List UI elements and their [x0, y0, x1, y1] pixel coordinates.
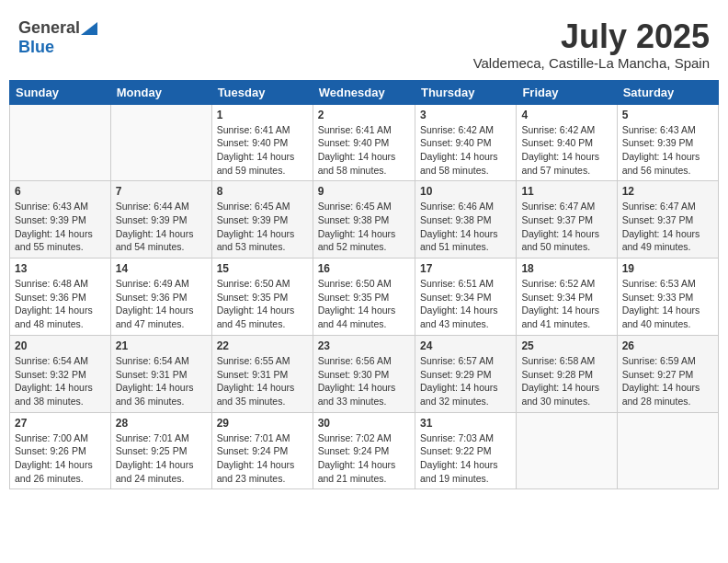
- calendar-week-row: 27Sunrise: 7:00 AM Sunset: 9:26 PM Dayli…: [10, 412, 719, 489]
- day-number: 2: [318, 109, 410, 121]
- calendar-cell: 8Sunrise: 6:45 AM Sunset: 9:39 PM Daylig…: [211, 181, 313, 259]
- calendar-header-row: SundayMondayTuesdayWednesdayThursdayFrid…: [10, 80, 719, 104]
- day-number: 31: [420, 417, 511, 430]
- day-number: 25: [521, 339, 611, 352]
- calendar-cell: 23Sunrise: 6:56 AM Sunset: 9:30 PM Dayli…: [313, 335, 415, 412]
- day-info: Sunrise: 6:56 AM Sunset: 9:30 PM Dayligh…: [318, 354, 410, 408]
- logo: General Blue: [18, 18, 98, 57]
- weekday-header-monday: Monday: [110, 80, 211, 104]
- day-info: Sunrise: 7:01 AM Sunset: 9:24 PM Dayligh…: [217, 431, 308, 486]
- weekday-header-friday: Friday: [517, 80, 617, 104]
- day-number: 3: [420, 109, 511, 121]
- calendar-cell: 3Sunrise: 6:42 AM Sunset: 9:40 PM Daylig…: [415, 104, 516, 181]
- day-number: 23: [318, 339, 410, 352]
- calendar-week-row: 13Sunrise: 6:48 AM Sunset: 9:36 PM Dayli…: [10, 259, 719, 336]
- day-info: Sunrise: 6:57 AM Sunset: 9:29 PM Dayligh…: [420, 354, 511, 408]
- day-info: Sunrise: 6:45 AM Sunset: 9:39 PM Dayligh…: [217, 200, 308, 254]
- calendar-cell: 27Sunrise: 7:00 AM Sunset: 9:26 PM Dayli…: [10, 412, 111, 489]
- day-info: Sunrise: 6:49 AM Sunset: 9:36 PM Dayligh…: [116, 277, 207, 331]
- calendar-cell: 22Sunrise: 6:55 AM Sunset: 9:31 PM Dayli…: [211, 335, 313, 412]
- day-number: 22: [217, 339, 308, 352]
- month-year-title: July 2025: [473, 18, 710, 55]
- day-info: Sunrise: 7:02 AM Sunset: 9:24 PM Dayligh…: [318, 431, 410, 486]
- calendar-cell: 25Sunrise: 6:58 AM Sunset: 9:28 PM Dayli…: [517, 335, 617, 412]
- day-number: 16: [318, 262, 410, 275]
- location-subtitle: Valdemeca, Castille-La Mancha, Spain: [473, 55, 710, 71]
- calendar-cell: 1Sunrise: 6:41 AM Sunset: 9:40 PM Daylig…: [211, 104, 313, 181]
- day-number: 8: [217, 185, 308, 198]
- calendar-cell: 15Sunrise: 6:50 AM Sunset: 9:35 PM Dayli…: [211, 259, 313, 336]
- day-number: 11: [521, 185, 611, 198]
- calendar-cell: 12Sunrise: 6:47 AM Sunset: 9:37 PM Dayli…: [617, 181, 718, 259]
- day-number: 27: [15, 417, 106, 430]
- day-info: Sunrise: 6:41 AM Sunset: 9:40 PM Dayligh…: [217, 123, 308, 178]
- day-info: Sunrise: 6:42 AM Sunset: 9:40 PM Dayligh…: [420, 123, 511, 178]
- day-info: Sunrise: 7:00 AM Sunset: 9:26 PM Dayligh…: [15, 431, 106, 486]
- day-info: Sunrise: 6:44 AM Sunset: 9:39 PM Dayligh…: [116, 200, 207, 254]
- day-number: 10: [420, 185, 511, 198]
- calendar-cell: 7Sunrise: 6:44 AM Sunset: 9:39 PM Daylig…: [110, 181, 211, 259]
- day-info: Sunrise: 6:54 AM Sunset: 9:31 PM Dayligh…: [116, 354, 207, 408]
- day-number: 14: [116, 262, 207, 275]
- calendar-cell: 13Sunrise: 6:48 AM Sunset: 9:36 PM Dayli…: [10, 259, 111, 336]
- calendar-cell: 28Sunrise: 7:01 AM Sunset: 9:25 PM Dayli…: [110, 412, 211, 489]
- day-info: Sunrise: 6:43 AM Sunset: 9:39 PM Dayligh…: [622, 123, 713, 178]
- calendar-cell: 29Sunrise: 7:01 AM Sunset: 9:24 PM Dayli…: [211, 412, 313, 489]
- calendar-cell: [110, 104, 211, 181]
- calendar-cell: 30Sunrise: 7:02 AM Sunset: 9:24 PM Dayli…: [313, 412, 415, 489]
- day-number: 26: [622, 339, 713, 352]
- weekday-header-sunday: Sunday: [10, 80, 111, 104]
- day-number: 6: [15, 185, 106, 198]
- day-info: Sunrise: 6:55 AM Sunset: 9:31 PM Dayligh…: [217, 354, 308, 408]
- day-info: Sunrise: 6:46 AM Sunset: 9:38 PM Dayligh…: [420, 200, 511, 254]
- calendar-cell: 31Sunrise: 7:03 AM Sunset: 9:22 PM Dayli…: [415, 412, 516, 489]
- svg-marker-0: [81, 22, 97, 35]
- logo-general-text: General: [18, 18, 80, 38]
- calendar-cell: 2Sunrise: 6:41 AM Sunset: 9:40 PM Daylig…: [313, 104, 415, 181]
- day-info: Sunrise: 6:48 AM Sunset: 9:36 PM Dayligh…: [15, 277, 106, 331]
- day-number: 13: [15, 262, 106, 275]
- day-info: Sunrise: 6:58 AM Sunset: 9:28 PM Dayligh…: [521, 354, 611, 408]
- calendar-cell: 4Sunrise: 6:42 AM Sunset: 9:40 PM Daylig…: [517, 104, 617, 181]
- day-number: 1: [217, 109, 308, 121]
- day-number: 12: [622, 185, 713, 198]
- day-number: 30: [318, 417, 410, 430]
- logo-blue-text: Blue: [18, 38, 54, 56]
- day-info: Sunrise: 6:42 AM Sunset: 9:40 PM Dayligh…: [521, 123, 611, 178]
- calendar-cell: 20Sunrise: 6:54 AM Sunset: 9:32 PM Dayli…: [10, 335, 111, 412]
- calendar-week-row: 20Sunrise: 6:54 AM Sunset: 9:32 PM Dayli…: [10, 335, 719, 412]
- day-number: 5: [622, 109, 713, 121]
- calendar-cell: 21Sunrise: 6:54 AM Sunset: 9:31 PM Dayli…: [110, 335, 211, 412]
- day-number: 15: [217, 262, 308, 275]
- weekday-header-thursday: Thursday: [415, 80, 516, 104]
- calendar-cell: 10Sunrise: 6:46 AM Sunset: 9:38 PM Dayli…: [415, 181, 516, 259]
- day-info: Sunrise: 6:50 AM Sunset: 9:35 PM Dayligh…: [217, 277, 308, 331]
- day-number: 9: [318, 185, 410, 198]
- day-info: Sunrise: 6:41 AM Sunset: 9:40 PM Dayligh…: [318, 123, 410, 178]
- calendar-cell: 6Sunrise: 6:43 AM Sunset: 9:39 PM Daylig…: [10, 181, 111, 259]
- day-info: Sunrise: 7:01 AM Sunset: 9:25 PM Dayligh…: [116, 431, 207, 486]
- day-number: 29: [217, 417, 308, 430]
- calendar-cell: 26Sunrise: 6:59 AM Sunset: 9:27 PM Dayli…: [617, 335, 718, 412]
- weekday-header-tuesday: Tuesday: [211, 80, 313, 104]
- calendar-cell: 11Sunrise: 6:47 AM Sunset: 9:37 PM Dayli…: [517, 181, 617, 259]
- weekday-header-wednesday: Wednesday: [313, 80, 415, 104]
- day-info: Sunrise: 6:45 AM Sunset: 9:38 PM Dayligh…: [318, 200, 410, 254]
- day-info: Sunrise: 6:43 AM Sunset: 9:39 PM Dayligh…: [15, 200, 106, 254]
- logo-triangle-icon: [81, 22, 97, 35]
- day-info: Sunrise: 6:47 AM Sunset: 9:37 PM Dayligh…: [622, 200, 713, 254]
- day-number: 19: [622, 262, 713, 275]
- calendar-week-row: 1Sunrise: 6:41 AM Sunset: 9:40 PM Daylig…: [10, 104, 719, 181]
- calendar-cell: 24Sunrise: 6:57 AM Sunset: 9:29 PM Dayli…: [415, 335, 516, 412]
- day-info: Sunrise: 6:47 AM Sunset: 9:37 PM Dayligh…: [521, 200, 611, 254]
- day-info: Sunrise: 6:54 AM Sunset: 9:32 PM Dayligh…: [15, 354, 106, 408]
- calendar-cell: [617, 412, 718, 489]
- weekday-header-saturday: Saturday: [617, 80, 718, 104]
- day-number: 4: [521, 109, 611, 121]
- day-number: 28: [116, 417, 207, 430]
- calendar-table: SundayMondayTuesdayWednesdayThursdayFrid…: [9, 80, 719, 490]
- day-info: Sunrise: 6:50 AM Sunset: 9:35 PM Dayligh…: [318, 277, 410, 331]
- day-number: 7: [116, 185, 207, 198]
- calendar-cell: [10, 104, 111, 181]
- calendar-cell: 17Sunrise: 6:51 AM Sunset: 9:34 PM Dayli…: [415, 259, 516, 336]
